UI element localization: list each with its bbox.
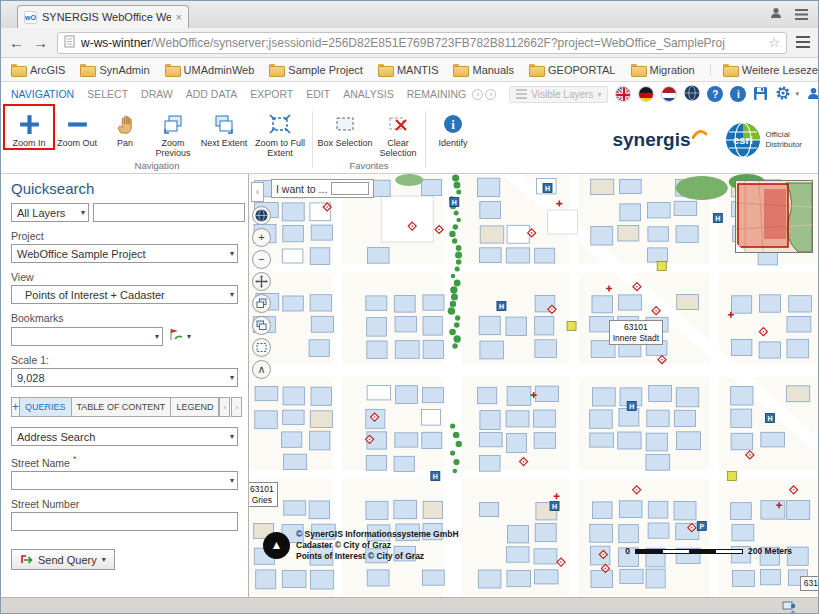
- tab-close-icon[interactable]: ×: [176, 11, 182, 23]
- url-text[interactable]: w-ws-wintner/WebOffice/synserver;jsessio…: [81, 36, 762, 50]
- flag-dutch-icon[interactable]: [661, 86, 677, 102]
- bookmarks-select[interactable]: ▾: [11, 327, 163, 346]
- map-zoom-out-button[interactable]: −: [252, 250, 271, 269]
- visible-layers-dropdown[interactable]: Visible Layers ▾: [509, 86, 608, 103]
- quicksearch-input[interactable]: [93, 203, 245, 222]
- svg-text:i: i: [451, 117, 455, 132]
- map-viewport[interactable]: HHHHHHHHP ‹ I want to ... + − ∧: [249, 174, 818, 597]
- district-label-clipped: 631: [800, 576, 818, 591]
- overview-collapse-icon[interactable]: [736, 243, 745, 252]
- bookmarks-more[interactable]: Weitere Lesezeichen: [710, 64, 819, 76]
- browser-tab[interactable]: wO SYNERGIS WebOffice Web ×: [17, 5, 189, 28]
- scale-bar-end: 200 Meters: [748, 546, 792, 556]
- tab-pager-prev-icon[interactable]: ‹: [472, 89, 483, 100]
- svg-text:H: H: [452, 199, 457, 206]
- forward-button[interactable]: →: [33, 35, 48, 50]
- tab-export[interactable]: EXPORT: [250, 88, 293, 100]
- map-globe-button[interactable]: [252, 206, 271, 225]
- esri-tagline-line2: Distributor: [766, 140, 802, 150]
- add-bookmark-icon[interactable]: [167, 326, 183, 346]
- bookmark-umadminweb[interactable]: UMAdminWeb: [165, 64, 255, 76]
- tool-label: Zoom Out: [57, 138, 97, 148]
- clear-selection-tool[interactable]: Clear Selection: [374, 106, 422, 159]
- tab-pager-next-icon[interactable]: ›: [485, 89, 496, 100]
- folder-icon: [378, 64, 392, 76]
- bookmark-synadmin[interactable]: SynAdmin: [80, 64, 149, 76]
- sidebar-collapse-button[interactable]: ‹: [251, 182, 264, 202]
- map-previous-extent-button[interactable]: [252, 294, 271, 313]
- tab-pager-next-icon[interactable]: ›: [231, 397, 242, 417]
- bookmark-star-icon[interactable]: ☆: [768, 35, 780, 50]
- browser-menu-icon[interactable]: [796, 34, 810, 52]
- send-query-button[interactable]: Send Query ▾: [11, 549, 115, 570]
- map-next-extent-button[interactable]: [252, 316, 271, 335]
- tool-label: Clear Selection: [374, 138, 422, 159]
- flag-english-icon[interactable]: [615, 86, 631, 102]
- view-select[interactable]: Points of Interest + Cadaster▾: [11, 285, 238, 304]
- bookmark-manuals[interactable]: Manuals: [453, 64, 514, 76]
- identify-tool[interactable]: i Identify: [429, 106, 477, 148]
- bookmark-sample-project[interactable]: Sample Project: [269, 64, 363, 76]
- tab-navigation[interactable]: NAVIGATION: [11, 88, 74, 100]
- help-button[interactable]: ?: [707, 86, 723, 102]
- window-menu-icon[interactable]: [795, 6, 808, 24]
- map-full-extent-button[interactable]: [252, 338, 271, 357]
- visible-layers-label: Visible Layers: [531, 89, 593, 100]
- zoom-full-extent-tool[interactable]: Zoom to Full Extent: [251, 106, 309, 159]
- bookmarks-bar: ArcGIS SynAdmin UMAdminWeb Sample Projec…: [1, 58, 818, 82]
- pan-tool[interactable]: Pan: [101, 106, 149, 148]
- main-content: Quicksearch All Layers▾ Project WebOffic…: [1, 174, 818, 597]
- box-selection-tool[interactable]: Box Selection: [316, 106, 374, 148]
- tab-pager-prev-icon[interactable]: ‹: [219, 397, 230, 417]
- url-bar[interactable]: w-ws-wintner/WebOffice/synserver;jsessio…: [57, 32, 787, 54]
- overview-map[interactable]: [735, 180, 813, 253]
- tab-analysis[interactable]: ANALYSIS: [343, 88, 394, 100]
- i-want-to-input[interactable]: [331, 182, 369, 195]
- layer-filter-select[interactable]: All Layers▾: [11, 203, 89, 222]
- tab-table-of-content[interactable]: TABLE OF CONTENT: [72, 397, 172, 417]
- info-button[interactable]: i: [730, 86, 746, 102]
- save-button[interactable]: [753, 86, 768, 103]
- flag-german-icon[interactable]: [638, 86, 654, 102]
- street-name-input[interactable]: [11, 471, 238, 490]
- map-toolbar-collapse-button[interactable]: ∧: [252, 360, 271, 379]
- bookmark-migration[interactable]: Migration: [631, 64, 695, 76]
- tab-add-data[interactable]: ADD DATA: [186, 88, 238, 100]
- send-query-icon: [20, 553, 33, 566]
- bookmark-mantis[interactable]: MANTIS: [378, 64, 439, 76]
- zoom-out-tool[interactable]: Zoom Out: [53, 106, 101, 148]
- tab-legend[interactable]: LEGEND: [171, 397, 219, 417]
- status-bar: [1, 597, 818, 613]
- query-template-select[interactable]: Address Search▾: [11, 427, 238, 446]
- bookmark-geoportal[interactable]: GEOPORTAL: [529, 64, 615, 76]
- session-user-icon[interactable]: [782, 599, 796, 614]
- zoom-previous-tool[interactable]: Zoom Previous: [149, 106, 197, 159]
- map-pan-button[interactable]: [252, 272, 271, 291]
- settings-button[interactable]: [775, 85, 791, 103]
- scale-select[interactable]: 9,028▾: [11, 368, 238, 387]
- tab-queries[interactable]: QUERIES: [20, 397, 72, 417]
- user-profile-icon[interactable]: [769, 6, 783, 24]
- tab-edit[interactable]: EDIT: [306, 88, 330, 100]
- add-tab-button[interactable]: +: [11, 397, 20, 417]
- map-zoom-in-button[interactable]: +: [252, 228, 271, 247]
- globe-icon[interactable]: [684, 85, 700, 103]
- svg-text:H: H: [552, 503, 557, 510]
- tab-remaining[interactable]: REMAINING: [407, 88, 467, 100]
- ribbon-group-favorites: Box Selection Clear Selection Favorites: [316, 106, 422, 173]
- street-name-label: Street Name *: [11, 454, 238, 469]
- browser-addressbar: ← → w-ws-wintner/WebOffice/synserver;jse…: [1, 28, 818, 58]
- zoom-in-tool[interactable]: Zoom In: [5, 106, 53, 148]
- back-button[interactable]: ←: [9, 35, 24, 50]
- user-menu-button[interactable]: [806, 86, 819, 103]
- street-number-input[interactable]: [11, 512, 238, 531]
- tab-select[interactable]: SELECT: [87, 88, 128, 100]
- next-extent-tool[interactable]: Next Extent: [197, 106, 251, 148]
- chevron-down-icon: ▾: [102, 555, 106, 564]
- chevron-down-icon[interactable]: ▾: [230, 476, 234, 485]
- bookmark-arcgis[interactable]: ArcGIS: [11, 64, 65, 76]
- tab-draw[interactable]: DRAW: [141, 88, 173, 100]
- project-select[interactable]: WebOffice Sample Project▾: [11, 244, 238, 263]
- chevron-down-icon[interactable]: ▾: [187, 332, 191, 341]
- scale-bar-start: 0: [625, 546, 630, 556]
